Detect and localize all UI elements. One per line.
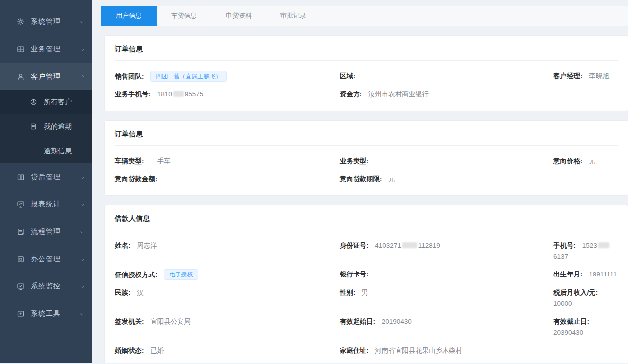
field-id-number: 身份证号: 4103271112819 — [340, 240, 553, 262]
field-mobile-number: 手机号: 15236137 — [553, 240, 618, 262]
chevron-down-icon — [79, 19, 85, 25]
field-region: 区域: — [340, 71, 553, 82]
credit-auth-tag[interactable]: 电子授权 — [164, 269, 198, 280]
tab-car-loan-info[interactable]: 车贷信息 — [157, 6, 211, 26]
field-sales-team: 销售团队: 四团一营（直属王鹏飞） — [115, 71, 340, 82]
sidebar-item-report-statistics[interactable]: 报表统计 — [0, 190, 92, 218]
field-intent-loan-amount: 意向贷款金额: — [115, 174, 340, 184]
chevron-down-icon — [79, 201, 85, 207]
chart-monitor-icon — [17, 200, 25, 208]
sidebar-item-system-tools[interactable]: 系统工具 — [0, 300, 92, 327]
sidebar-item-label: 客户管理 — [31, 72, 79, 81]
sidebar-item-office-management[interactable]: 办公管理 — [0, 245, 92, 273]
field-account-manager: 客户经理: 李晓旭 — [553, 71, 618, 82]
toolbox-icon — [17, 310, 25, 318]
field-monthly-income: 税后月收入/元: 10000 — [553, 287, 618, 309]
sidebar-item-label: 流程管理 — [31, 227, 79, 236]
field-bank-card: 银行卡号: — [340, 269, 553, 280]
field-funder: 资金方: 汝州市农村商业银行 — [340, 89, 553, 100]
sidebar-item-customer-management[interactable]: 客户管理 — [0, 63, 92, 90]
sidebar-item-system-monitor[interactable]: 系统监控 — [0, 273, 92, 300]
field-valid-to: 有效截止日: 20390430 — [553, 316, 618, 338]
chevron-down-icon — [79, 311, 85, 317]
notebook-icon — [30, 123, 37, 130]
chevron-up-icon — [79, 74, 85, 80]
field-credit-auth-method: 征信授权方式: 电子授权 — [115, 269, 340, 280]
field-issuing-authority: 签发机关: 宜阳县公安局 — [115, 316, 340, 338]
card-title: 订单信息 — [115, 130, 618, 146]
order-info-card-2: 订单信息 车辆类型: 二手车 业务类型: 意向价格: 元 意向贷款金额: 意向贷… — [104, 120, 628, 196]
customer-management-submenu: 所有客户 我的逾期 逾期信息 — [0, 90, 92, 163]
card-title: 订单信息 — [115, 45, 618, 61]
sidebar-subitem-label: 我的逾期 — [44, 122, 72, 131]
book-icon — [17, 173, 25, 181]
detail-tabs: 用户信息 车贷信息 申贷资料 审批记录 — [101, 6, 628, 26]
field-vehicle-type: 车辆类型: 二手车 — [115, 156, 340, 167]
field-intent-price: 意向价格: 元 — [553, 156, 618, 167]
pie-chart-icon — [30, 98, 37, 106]
card-title: 借款人信息 — [115, 214, 618, 230]
field-birth-date: 出生年月: 19911111 — [553, 269, 618, 280]
sidebar-item-system-management[interactable]: 系统管理 — [0, 8, 92, 35]
borrower-info-card: 借款人信息 姓名: 周志洋 身份证号: 4103271112819 手机号: 1… — [104, 205, 628, 364]
sidebar-item-postloan-management[interactable]: 贷后管理 — [0, 163, 92, 190]
monitor-check-icon — [17, 282, 25, 290]
redacted-digits — [598, 242, 609, 248]
redacted-digits — [402, 242, 417, 248]
chevron-down-icon — [79, 256, 85, 262]
sidebar-item-label: 报表统计 — [31, 200, 79, 209]
sidebar-item-business-management[interactable]: 业务管理 — [0, 35, 92, 63]
field-ethnicity: 民族: 汉 — [115, 287, 340, 309]
order-info-card-1: 订单信息 销售团队: 四团一营（直属王鹏飞） 区域: 客户经理: 李晓旭 业务手… — [104, 35, 628, 111]
sidebar-subitem-my-overdue[interactable]: 我的逾期 — [0, 114, 92, 139]
tab-loan-application-docs[interactable]: 申贷资料 — [211, 6, 266, 26]
sidebar-item-label: 办公管理 — [31, 255, 79, 264]
chevron-down-icon — [79, 46, 85, 52]
field-business-type: 业务类型: — [340, 156, 553, 167]
main-content: 用户信息 车贷信息 申贷资料 审批记录 订单信息 销售团队: 四团一营（直属王鹏… — [92, 0, 628, 364]
field-gender: 性别: 男 — [340, 287, 553, 309]
sidebar-item-process-management[interactable]: 流程管理 — [0, 218, 92, 245]
sidebar-item-label: 系统监控 — [31, 282, 79, 291]
sidebar-subitem-overdue-info[interactable]: 逾期信息 — [0, 139, 92, 163]
chevron-down-icon — [79, 174, 85, 180]
field-intent-loan-term: 意向贷款期限: 元 — [340, 174, 553, 184]
sidebar-subitem-all-customers[interactable]: 所有客户 — [0, 90, 92, 114]
process-doc-icon — [17, 228, 25, 236]
redacted-digits — [173, 91, 184, 97]
field-valid-from: 有效起始日: 20190430 — [340, 316, 553, 338]
user-icon — [17, 73, 25, 81]
sidebar-item-label: 贷后管理 — [31, 173, 79, 182]
sidebar-subitem-label: 所有客户 — [44, 98, 72, 107]
office-box-icon — [17, 255, 25, 263]
sidebar-item-label: 业务管理 — [31, 45, 79, 54]
field-marital-status: 婚姻状态: 已婚 — [115, 345, 340, 356]
field-home-address: 家庭住址: 河南省宜阳县花果山乡木柴村 — [340, 345, 553, 356]
tab-approval-records[interactable]: 审批记录 — [266, 6, 321, 26]
chevron-down-icon — [79, 283, 85, 289]
sidebar-item-label: 系统工具 — [31, 309, 79, 318]
tab-user-info[interactable]: 用户信息 — [101, 6, 157, 26]
chevron-down-icon — [79, 229, 85, 235]
gear-icon — [17, 18, 25, 26]
sidebar-item-label: 系统管理 — [31, 17, 79, 26]
sidebar: 系统管理 业务管理 客户管理 所有客户 我的逾期 逾期信息 — [0, 0, 92, 364]
field-name: 姓名: 周志洋 — [115, 240, 340, 262]
field-business-phone: 业务手机号: 181095575 — [115, 89, 340, 100]
sidebar-subitem-label: 逾期信息 — [44, 147, 72, 156]
table-icon — [17, 45, 25, 53]
sales-team-tag[interactable]: 四团一营（直属王鹏飞） — [150, 71, 227, 82]
